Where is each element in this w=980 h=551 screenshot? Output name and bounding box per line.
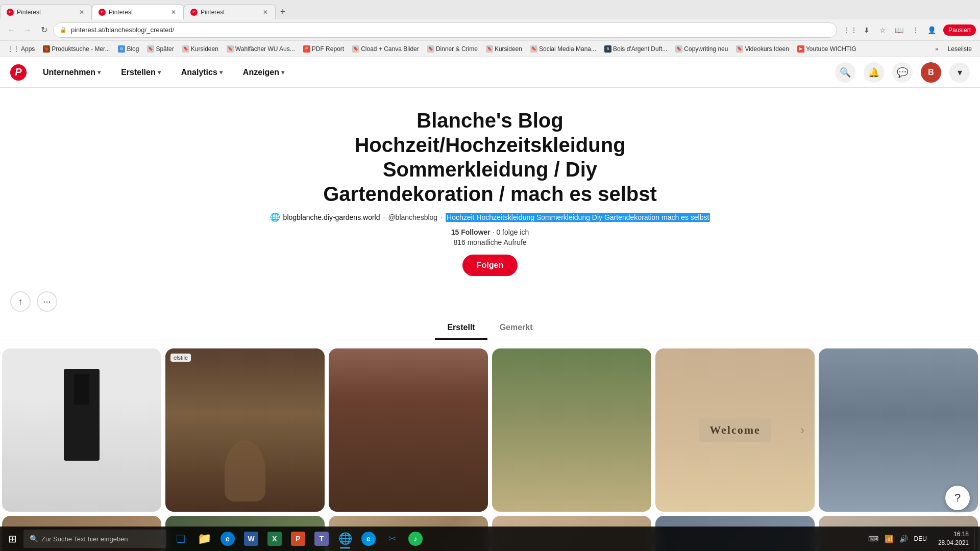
bookmark-videokurs[interactable]: 🔖 Videokurs Ideen <box>733 44 792 54</box>
bookmark-dinner[interactable]: 🔖 Dinner & Crime <box>424 44 481 54</box>
messages-button[interactable]: 💬 <box>892 62 913 83</box>
cload-favicon: 🔖 <box>352 45 359 53</box>
extensions-button[interactable]: ⋮⋮ <box>843 23 857 37</box>
start-button[interactable]: ⊞ <box>2 529 22 549</box>
pdf-label: PDF Report <box>312 45 344 53</box>
kursideen2-favicon: 🔖 <box>486 45 493 53</box>
taskbar-search[interactable]: 🔍 Zur Suche Text hier eingeben <box>23 530 166 548</box>
bookmark-bois[interactable]: B Bois d'Argent Duft... <box>601 44 670 54</box>
browser-profile-icon[interactable]: 👤 <box>925 23 939 37</box>
bookmarks-more-button[interactable]: » <box>932 44 942 54</box>
pin-card-2[interactable]: elstile <box>165 348 325 512</box>
taskbar-tray: ⌨ 📶 🔊 DEU <box>862 533 933 545</box>
nav-unternehmen-label: Unternehmen <box>43 68 95 77</box>
reload-button[interactable]: ↻ <box>37 23 51 37</box>
tab-2-close[interactable]: ✕ <box>170 8 177 17</box>
taskview-icon: ❑ <box>174 532 188 546</box>
back-button[interactable]: ← <box>4 23 18 37</box>
followers-count[interactable]: 15 Follower <box>451 228 491 236</box>
taskbar-word[interactable]: W <box>240 528 262 550</box>
more-options-button[interactable]: ··· <box>37 291 57 312</box>
bookmark-produktsuche[interactable]: 🔖 Produktsuche - Mer... <box>40 44 113 54</box>
taskbar-date: 28.04.2021 <box>938 539 969 547</box>
tab-1-favicon: P <box>7 9 14 16</box>
taskbar-explorer[interactable]: 📁 <box>193 528 215 550</box>
tab-3-title: Pinterest <box>201 9 259 16</box>
pinterest-logo[interactable]: P <box>10 64 27 81</box>
tab-bar: P Pinterest ✕ P Pinterest ✕ P Pinterest … <box>0 0 980 19</box>
profile-monthly-views: 816 monatliche Aufrufe <box>10 238 970 246</box>
taskbar-edge-old[interactable]: e <box>216 528 239 550</box>
tab-3[interactable]: P Pinterest ✕ <box>184 4 276 19</box>
bookmark-social-media[interactable]: 🔖 Social Media Mana... <box>527 44 599 54</box>
edge-icon: e <box>361 532 376 546</box>
favorites-button[interactable]: ☆ <box>876 23 890 37</box>
tab-1[interactable]: P Pinterest ✕ <box>0 4 92 19</box>
tray-network-icon: 📶 <box>883 533 895 545</box>
apps-icon: ⋮⋮ <box>7 45 19 53</box>
tab-2[interactable]: P Pinterest ✕ <box>92 4 184 19</box>
pin-card-5[interactable]: Welcome › <box>655 348 815 512</box>
bookmark-apps[interactable]: ⋮⋮ Apps <box>4 44 38 54</box>
dinner-favicon: 🔖 <box>427 45 434 53</box>
wahlfaecher-favicon: 🔖 <box>227 45 234 53</box>
read-aloud-button[interactable]: 📖 <box>892 23 906 37</box>
download-button[interactable]: ⬇ <box>860 23 874 37</box>
tab-1-close[interactable]: ✕ <box>78 8 85 17</box>
help-button[interactable]: ? <box>945 486 970 510</box>
pin-col-4 <box>490 348 653 551</box>
taskbar-chrome[interactable]: 🌐 <box>334 528 356 550</box>
globe-icon: 🌐 <box>270 212 280 222</box>
nav-analytics[interactable]: Analytics ▾ <box>175 64 229 81</box>
profile-pause-button[interactable]: Pausiert <box>943 24 976 36</box>
nav-unternehmen[interactable]: Unternehmen ▾ <box>37 64 107 81</box>
bookmark-pdf[interactable]: P PDF Report <box>300 44 347 54</box>
taskbar-edge[interactable]: e <box>357 528 380 550</box>
pinterest-nav: P Unternehmen ▾ Erstellen ▾ Analytics ▾ … <box>0 57 980 88</box>
taskbar-teams[interactable]: T <box>310 528 333 550</box>
notifications-button[interactable]: 🔔 <box>864 62 884 83</box>
pin-card-4[interactable] <box>492 348 651 512</box>
user-avatar[interactable]: B <box>921 62 941 83</box>
taskbar-excel[interactable]: X <box>263 528 286 550</box>
taskbar-snip[interactable]: ✂ <box>381 528 403 550</box>
tab-gemerkt[interactable]: Gemerkt <box>487 317 545 340</box>
teams-icon: T <box>314 532 329 546</box>
tray-language: DEU <box>912 533 929 544</box>
bookmark-spaeter[interactable]: 🔖 Später <box>144 44 177 54</box>
new-tab-button[interactable]: + <box>276 5 290 19</box>
nav-anzeigen[interactable]: Anzeigen ▾ <box>237 64 290 81</box>
pin-card-1[interactable] <box>2 348 161 512</box>
tab-erstellt[interactable]: Erstellt <box>435 317 487 340</box>
bois-favicon: B <box>604 45 611 53</box>
forward-button[interactable]: → <box>20 23 35 37</box>
nav-erstellen[interactable]: Erstellen ▾ <box>115 64 167 81</box>
pin-card-3[interactable] <box>329 348 488 512</box>
address-bar[interactable]: 🔒 pinterest.at/blanchesblog/_created/ <box>53 22 837 38</box>
bookmark-kursideen[interactable]: 🔖 Kursideen <box>179 44 222 54</box>
bookmark-blog[interactable]: B Blog <box>115 44 142 54</box>
search-button[interactable]: 🔍 <box>835 62 855 83</box>
taskbar-powerpoint[interactable]: P <box>287 528 309 550</box>
kursideen-label: Kursideen <box>191 45 218 53</box>
show-desktop-button[interactable] <box>974 528 978 550</box>
settings-more-button[interactable]: ⋮ <box>909 23 923 37</box>
taskbar-taskview[interactable]: ❑ <box>169 528 192 550</box>
bookmark-copywriting[interactable]: 🔖 Copywriting neu <box>672 44 731 54</box>
snip-icon: ✂ <box>385 532 399 546</box>
bookmark-cload[interactable]: 🔖 Cload + Canva Bilder <box>349 44 422 54</box>
share-button[interactable]: ↑ <box>10 291 31 312</box>
website-link[interactable]: blogblanche.diy-gardens.world <box>283 213 380 221</box>
bookmark-youtube[interactable]: ▶ Youtube WICHTIG <box>794 44 860 54</box>
tab-3-close[interactable]: ✕ <box>262 8 269 17</box>
bookmark-kursideen2[interactable]: 🔖 Kursideen <box>483 44 525 54</box>
reading-list-button[interactable]: Leseliste <box>944 44 976 54</box>
bois-label: Bois d'Argent Duft... <box>613 45 667 53</box>
taskbar-clock[interactable]: 16:18 28.04.2021 <box>934 530 973 547</box>
bookmark-wahlfaecher[interactable]: 🔖 Wahlfächer WU Aus... <box>224 44 298 54</box>
taskbar-spotify[interactable]: ♪ <box>404 528 427 550</box>
follow-button[interactable]: Folgen <box>462 255 518 276</box>
spotify-icon: ♪ <box>408 532 423 546</box>
youtube-favicon: ▶ <box>797 45 804 53</box>
account-chevron-button[interactable]: ▾ <box>949 62 970 83</box>
